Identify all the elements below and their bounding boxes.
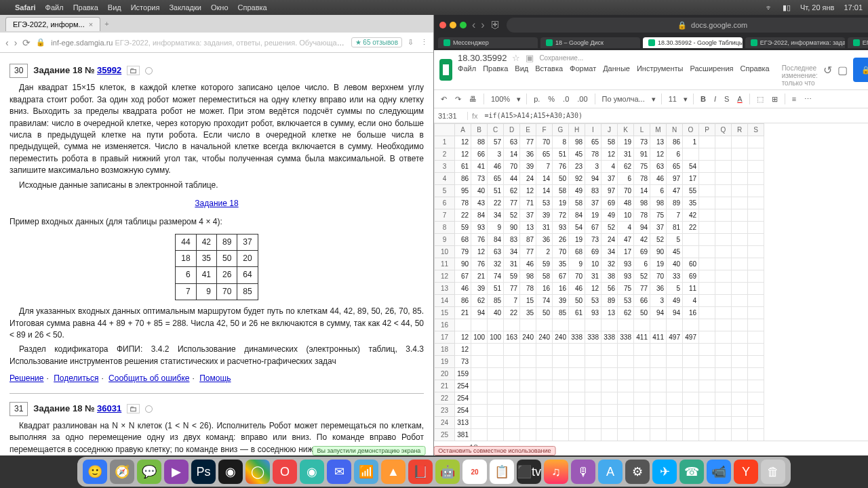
page-content[interactable]: 30 Задание 18 № 35992 🗀 Дан квадрат 15×1… (0, 53, 433, 455)
name-box[interactable]: 31:31 (434, 112, 468, 120)
cell[interactable]: 13 (520, 222, 536, 234)
address-bar[interactable]: inf-ege.sdamgia.ru ЕГЭ-2022, информатика… (51, 39, 345, 47)
cell[interactable] (471, 368, 488, 380)
cell[interactable] (601, 417, 618, 429)
cell[interactable] (699, 173, 715, 185)
cell[interactable]: 87 (520, 234, 536, 246)
cell[interactable]: 95 (455, 185, 471, 197)
cell[interactable]: 42 (634, 234, 650, 246)
cell[interactable]: 22 (683, 222, 699, 234)
cell[interactable] (748, 246, 764, 258)
cell[interactable] (504, 392, 520, 405)
forward-button[interactable]: › (14, 37, 18, 48)
cell[interactable]: 38 (601, 270, 618, 283)
cell[interactable] (634, 319, 650, 331)
cell[interactable]: 24 (601, 234, 618, 246)
cell[interactable]: 93 (585, 307, 601, 319)
sheets-menu-item[interactable]: Расширения (690, 64, 734, 87)
cell[interactable] (715, 222, 732, 234)
cell[interactable] (520, 405, 536, 417)
row-header[interactable]: 14 (435, 295, 455, 307)
cell[interactable] (650, 392, 667, 405)
cell[interactable] (748, 356, 764, 368)
cell[interactable] (536, 319, 553, 331)
cell[interactable]: 100 (471, 331, 488, 344)
wifi-icon[interactable]: ᯤ (766, 3, 773, 12)
podcasts-icon[interactable]: 🎙 (571, 460, 595, 484)
cell[interactable]: 12 (520, 185, 536, 197)
cell[interactable] (748, 234, 764, 246)
cell[interactable]: 98 (650, 197, 667, 209)
cell[interactable]: 75 (650, 209, 667, 222)
cell[interactable]: 76 (471, 258, 488, 270)
cell[interactable] (650, 319, 667, 331)
cell[interactable]: 5 (667, 283, 683, 295)
cell[interactable]: 50 (569, 295, 585, 307)
cell[interactable]: 35 (683, 197, 699, 209)
cell[interactable]: 46 (569, 283, 585, 295)
cell[interactable] (585, 356, 601, 368)
cell[interactable]: 73 (455, 356, 471, 368)
cell[interactable] (732, 185, 748, 197)
cell[interactable]: 39 (536, 209, 553, 222)
cell[interactable] (536, 368, 553, 380)
davinci-icon[interactable]: ◉ (218, 460, 243, 484)
cell[interactable] (536, 380, 553, 392)
cell[interactable] (748, 209, 764, 222)
cell[interactable] (715, 295, 732, 307)
cell[interactable] (553, 380, 569, 392)
cell[interactable]: 70 (569, 270, 585, 283)
cell[interactable]: 12 (601, 148, 618, 161)
cell[interactable] (667, 356, 683, 368)
cell[interactable]: 3 (585, 161, 601, 173)
browser-tab[interactable]: Мессенджер (438, 37, 538, 48)
cell[interactable]: 58 (601, 136, 618, 148)
cell[interactable]: 52 (650, 234, 667, 246)
align-button[interactable]: ≡ (791, 94, 797, 104)
reminders-icon[interactable]: 📋 (490, 460, 514, 484)
messages-icon[interactable]: 💬 (137, 460, 161, 484)
cell[interactable] (683, 234, 699, 246)
cell[interactable]: 46 (520, 258, 536, 270)
cell[interactable] (618, 380, 634, 392)
row-header[interactable]: 18 (435, 344, 455, 356)
cell[interactable]: 53 (536, 197, 553, 209)
col-header[interactable]: L (634, 124, 650, 136)
cell[interactable]: 22 (455, 209, 471, 222)
cell[interactable]: 7 (504, 295, 520, 307)
cell[interactable]: 338 (601, 331, 618, 344)
cell[interactable] (488, 319, 504, 331)
cell[interactable] (732, 270, 748, 283)
cell[interactable]: 46 (455, 283, 471, 295)
cell[interactable]: 52 (601, 222, 618, 234)
cell[interactable] (748, 222, 764, 234)
cell[interactable]: 22 (504, 307, 520, 319)
cell[interactable] (569, 368, 585, 380)
cell[interactable] (520, 417, 536, 429)
cell[interactable]: 60 (683, 258, 699, 270)
cell[interactable] (471, 344, 488, 356)
cell[interactable] (748, 307, 764, 319)
sheets-menu-item[interactable]: Правка (483, 64, 508, 87)
cell[interactable]: 68 (569, 246, 585, 258)
cell[interactable]: 6 (618, 173, 634, 185)
cell[interactable]: 31 (504, 258, 520, 270)
cell[interactable] (634, 344, 650, 356)
cell[interactable] (683, 246, 699, 258)
cell[interactable] (569, 356, 585, 368)
cell[interactable] (634, 380, 650, 392)
cell[interactable]: 76 (471, 234, 488, 246)
row-header[interactable]: 8 (435, 222, 455, 234)
cell[interactable]: 86 (455, 295, 471, 307)
col-header[interactable]: J (601, 124, 618, 136)
cell[interactable]: 51 (553, 148, 569, 161)
android-icon[interactable]: 🤖 (435, 460, 460, 484)
opera-icon[interactable]: O (273, 460, 297, 484)
cell[interactable] (732, 331, 748, 344)
cell[interactable]: 63 (504, 136, 520, 148)
window-controls[interactable] (439, 22, 467, 28)
font-select[interactable]: По умолча... (601, 94, 646, 104)
cell[interactable]: 93 (471, 222, 488, 234)
cell[interactable]: 37 (601, 173, 618, 185)
cell[interactable]: 69 (634, 246, 650, 258)
